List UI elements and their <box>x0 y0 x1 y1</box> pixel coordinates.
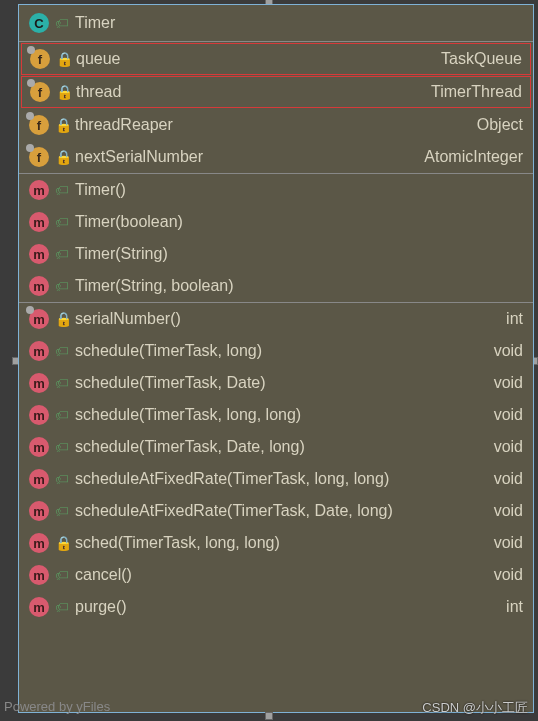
lock-icon: 🔒 <box>56 84 70 100</box>
method-row[interactable]: m 🏷 schedule(TimerTask, long, long) void <box>19 399 533 431</box>
method-return-label: void <box>494 342 523 360</box>
method-return-label: int <box>506 598 523 616</box>
constructor-signature-label: Timer(String) <box>75 245 523 263</box>
package-icon: 🏷 <box>55 214 69 230</box>
method-signature-label: scheduleAtFixedRate(TimerTask, Date, lon… <box>75 502 488 520</box>
package-icon: 🏷 <box>55 503 69 519</box>
field-name-label: queue <box>76 50 435 68</box>
method-icon: m <box>29 533 49 553</box>
method-row[interactable]: m 🏷 scheduleAtFixedRate(TimerTask, long,… <box>19 463 533 495</box>
class-header[interactable]: C 🏷 Timer <box>19 5 533 41</box>
method-icon: m <box>29 244 49 264</box>
method-icon: m <box>29 212 49 232</box>
constructor-row[interactable]: m 🏷 Timer(String) <box>19 238 533 270</box>
method-row[interactable]: m 🏷 cancel() void <box>19 559 533 591</box>
constructor-row[interactable]: m 🏷 Timer() <box>19 174 533 206</box>
method-icon: m <box>29 309 49 329</box>
method-icon: m <box>29 469 49 489</box>
method-return-label: void <box>494 534 523 552</box>
method-icon: m <box>29 565 49 585</box>
lock-icon: 🔒 <box>55 535 69 551</box>
package-icon: 🏷 <box>55 567 69 583</box>
field-icon: f <box>29 115 49 135</box>
method-return-label: void <box>494 470 523 488</box>
constructor-signature-label: Timer(String, boolean) <box>75 277 523 295</box>
method-return-label: void <box>494 374 523 392</box>
constructor-signature-label: Timer(boolean) <box>75 213 523 231</box>
lock-icon: 🔒 <box>56 51 70 67</box>
constructor-row[interactable]: m 🏷 Timer(boolean) <box>19 206 533 238</box>
method-icon: m <box>29 341 49 361</box>
field-row[interactable]: f 🔒 nextSerialNumber AtomicInteger <box>19 141 533 173</box>
method-icon: m <box>29 597 49 617</box>
method-row[interactable]: m 🏷 schedule(TimerTask, Date, long) void <box>19 431 533 463</box>
field-icon: f <box>30 49 50 69</box>
lock-icon: 🔒 <box>55 311 69 327</box>
fields-section: f 🔒 queue TaskQueue f 🔒 thread TimerThre… <box>19 41 533 173</box>
constructors-section: m 🏷 Timer() m 🏷 Timer(boolean) m 🏷 Timer… <box>19 173 533 302</box>
watermark-label: CSDN @小小工匠 <box>422 699 528 717</box>
constructor-row[interactable]: m 🏷 Timer(String, boolean) <box>19 270 533 302</box>
method-icon: m <box>29 180 49 200</box>
method-row[interactable]: m 🏷 schedule(TimerTask, Date) void <box>19 367 533 399</box>
lock-icon: 🔒 <box>55 149 69 165</box>
field-type-label: AtomicInteger <box>424 148 523 166</box>
package-icon: 🏷 <box>55 15 69 31</box>
powered-by-label: Powered by yFiles <box>0 697 114 716</box>
package-icon: 🏷 <box>55 343 69 359</box>
method-icon: m <box>29 437 49 457</box>
method-row[interactable]: m 🔒 serialNumber() int <box>19 303 533 335</box>
method-signature-label: scheduleAtFixedRate(TimerTask, long, lon… <box>75 470 488 488</box>
method-signature-label: purge() <box>75 598 500 616</box>
field-name-label: thread <box>76 83 425 101</box>
field-name-label: threadReaper <box>75 116 471 134</box>
package-icon: 🏷 <box>55 278 69 294</box>
field-name-label: nextSerialNumber <box>75 148 418 166</box>
method-signature-label: schedule(TimerTask, Date, long) <box>75 438 488 456</box>
method-icon: m <box>29 276 49 296</box>
method-row[interactable]: m 🏷 schedule(TimerTask, long) void <box>19 335 533 367</box>
field-type-label: TimerThread <box>431 83 522 101</box>
method-signature-label: schedule(TimerTask, Date) <box>75 374 488 392</box>
package-icon: 🏷 <box>55 375 69 391</box>
package-icon: 🏷 <box>55 471 69 487</box>
package-icon: 🏷 <box>55 246 69 262</box>
method-return-label: void <box>494 438 523 456</box>
field-icon: f <box>29 147 49 167</box>
field-type-label: Object <box>477 116 523 134</box>
field-row[interactable]: f 🔒 queue TaskQueue <box>21 43 531 75</box>
class-structure-panel: C 🏷 Timer f 🔒 queue TaskQueue f 🔒 thread… <box>18 4 534 713</box>
method-return-label: int <box>506 310 523 328</box>
method-row[interactable]: m 🔒 sched(TimerTask, long, long) void <box>19 527 533 559</box>
method-row[interactable]: m 🏷 scheduleAtFixedRate(TimerTask, Date,… <box>19 495 533 527</box>
package-icon: 🏷 <box>55 407 69 423</box>
method-icon: m <box>29 405 49 425</box>
method-row[interactable]: m 🏷 purge() int <box>19 591 533 623</box>
field-type-label: TaskQueue <box>441 50 522 68</box>
method-signature-label: serialNumber() <box>75 310 500 328</box>
package-icon: 🏷 <box>55 182 69 198</box>
method-signature-label: schedule(TimerTask, long) <box>75 342 488 360</box>
class-icon: C <box>29 13 49 33</box>
method-signature-label: cancel() <box>75 566 488 584</box>
methods-section: m 🔒 serialNumber() int m 🏷 schedule(Time… <box>19 302 533 623</box>
class-name-label: Timer <box>75 14 523 32</box>
method-signature-label: schedule(TimerTask, long, long) <box>75 406 488 424</box>
method-icon: m <box>29 501 49 521</box>
method-icon: m <box>29 373 49 393</box>
constructor-signature-label: Timer() <box>75 181 523 199</box>
lock-icon: 🔒 <box>55 117 69 133</box>
field-row[interactable]: f 🔒 thread TimerThread <box>21 76 531 108</box>
field-icon: f <box>30 82 50 102</box>
method-signature-label: sched(TimerTask, long, long) <box>75 534 488 552</box>
package-icon: 🏷 <box>55 439 69 455</box>
resize-handle-bottom[interactable] <box>265 712 273 720</box>
field-row[interactable]: f 🔒 threadReaper Object <box>19 109 533 141</box>
method-return-label: void <box>494 406 523 424</box>
method-return-label: void <box>494 566 523 584</box>
package-icon: 🏷 <box>55 599 69 615</box>
method-return-label: void <box>494 502 523 520</box>
